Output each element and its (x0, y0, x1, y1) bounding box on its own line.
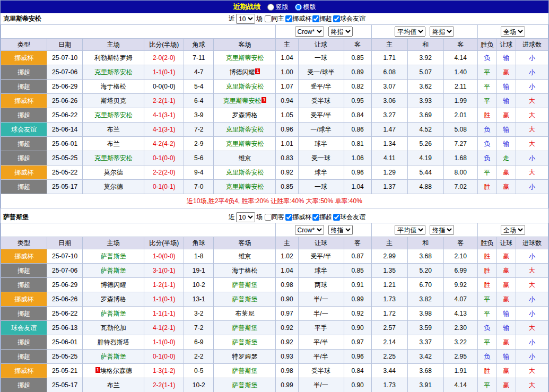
match-score[interactable]: 1-3(1-2) (144, 364, 184, 378)
match-score[interactable]: 1-0(0-0) (144, 249, 184, 264)
away-team-name[interactable]: 克里斯蒂安松 (225, 126, 264, 133)
vertical-layout-radio[interactable] (267, 4, 274, 11)
away-team-cell: 克里斯蒂安松1 (214, 94, 276, 108)
section-header: 克里斯蒂安松近10场同主挪威杯挪超球会友谊 (1, 13, 548, 24)
match-score[interactable]: 1-1(0-1) (144, 292, 184, 307)
home-team-name[interactable]: 埃格尔森德 (100, 367, 132, 374)
away-team-name[interactable]: 维京 (238, 252, 251, 260)
odds-source-select[interactable]: 终指 (328, 225, 353, 235)
home-team-name[interactable]: 布兰 (107, 381, 120, 389)
odds-source-select[interactable]: Crow* (295, 27, 324, 37)
away-team-name[interactable]: 维京 (238, 154, 251, 162)
filter-option[interactable]: 挪威杯 (285, 14, 311, 23)
away-team-name[interactable]: 特罗姆瑟 (232, 353, 257, 360)
away-team-name[interactable]: 克里斯蒂安松 (223, 97, 261, 104)
home-team-name[interactable]: 克里斯蒂安松 (94, 68, 133, 76)
away-team-name[interactable]: 克里斯蒂安松 (225, 183, 264, 190)
asia-home-odds: 0.99 (276, 378, 298, 392)
home-team-name[interactable]: 莫尔德 (104, 183, 123, 190)
filter-checkbox[interactable] (265, 15, 272, 22)
filter-option[interactable]: 球会友谊 (333, 213, 365, 222)
odds-source-select[interactable]: 全场 (501, 225, 525, 235)
odds-source-select[interactable]: 终指 (430, 225, 454, 235)
filter-checkbox[interactable] (333, 15, 340, 22)
filter-option[interactable]: 同主 (265, 14, 284, 23)
home-team-name[interactable]: 罗森博格 (101, 295, 126, 303)
odds-source-select[interactable]: 平均值 (395, 27, 425, 37)
home-team-name[interactable]: 瓦勒伦加 (101, 324, 126, 332)
match-score[interactable]: 4-2(4-2) (144, 137, 184, 151)
home-team-name[interactable]: 萨普斯堡 (101, 310, 126, 317)
odds-source-select[interactable]: 平均值 (395, 225, 425, 235)
filter-option[interactable]: 同客 (265, 213, 284, 222)
away-team-name[interactable]: 萨普斯堡 (232, 381, 257, 389)
home-team-name[interactable]: 萨普斯堡 (101, 252, 126, 260)
filter-checkbox[interactable] (285, 15, 292, 22)
match-score[interactable]: 4-1(3-1) (144, 108, 184, 123)
horizontal-layout-radio[interactable] (295, 4, 302, 11)
away-team-name[interactable]: 克里斯蒂安松 (225, 54, 264, 62)
away-team-name[interactable]: 克里斯蒂安松 (225, 83, 264, 90)
filter-checkbox[interactable] (312, 214, 319, 221)
away-team-name[interactable]: 海于格松 (232, 267, 257, 274)
match-row: 挪超25-05-17莫尔德0-1(0-1)7-0克里斯蒂安松0.85一球1.04… (1, 180, 548, 194)
europe-home-odds: 1.37 (371, 180, 407, 194)
home-team-name[interactable]: 布兰 (107, 126, 120, 133)
match-score[interactable]: 1-1(0-1) (144, 65, 184, 80)
match-score[interactable]: 4-1(2-1) (144, 321, 184, 335)
filter-checkbox[interactable] (265, 214, 272, 221)
filter-option[interactable]: 球会友谊 (333, 14, 365, 23)
filter-option[interactable]: 挪超 (312, 213, 332, 222)
odds-source-select[interactable]: 终指 (328, 27, 353, 37)
home-team-name[interactable]: 萨普斯堡 (101, 267, 126, 274)
home-team-name[interactable]: 克里斯蒂安松 (94, 111, 133, 119)
odds-source-select[interactable]: 终指 (430, 27, 454, 37)
filter-checkbox[interactable] (333, 214, 340, 221)
away-team-name[interactable]: 克里斯蒂安松 (225, 140, 264, 147)
match-score[interactable]: 2-2(1-1) (144, 94, 184, 108)
match-score[interactable]: 1-1(1-1) (144, 307, 184, 321)
match-score[interactable]: 1-1(0-0) (144, 335, 184, 350)
layout-option-horizontal[interactable]: 横版 (295, 3, 316, 12)
match-score[interactable]: 3-1(0-1) (144, 264, 184, 278)
layout-option-vertical[interactable]: 竖版 (267, 3, 289, 12)
match-score[interactable]: 2-2(2-0) (144, 165, 184, 180)
home-team-name[interactable]: 莫尔德 (104, 169, 123, 176)
filter-option[interactable]: 挪超 (312, 14, 332, 23)
away-team-name[interactable]: 萨普斯堡 (232, 338, 257, 346)
match-score[interactable]: 0-1(0-0) (144, 350, 184, 364)
handicap-result: 赢 (496, 264, 516, 278)
match-score[interactable]: 0-1(0-1) (144, 180, 184, 194)
red-card-badge: 1 (262, 97, 266, 103)
home-team-name[interactable]: 利勒斯特罗姆 (94, 54, 133, 62)
home-team-name[interactable]: 克里斯蒂安松 (94, 154, 133, 162)
away-team-name[interactable]: 萨普斯堡 (232, 367, 257, 374)
away-team-name[interactable]: 博德闪耀 (229, 68, 255, 76)
filter-option[interactable]: 挪威杯 (285, 213, 311, 222)
filter-checkbox[interactable] (285, 214, 292, 221)
match-score[interactable]: 0-1(0-0) (144, 151, 184, 165)
match-score[interactable]: 1-2(1-1) (144, 278, 184, 292)
home-team-name[interactable]: 海于格松 (101, 83, 126, 90)
away-team-name[interactable]: 罗森博格 (232, 111, 257, 119)
odds-source-select[interactable]: Crow* (295, 225, 324, 235)
home-team-name[interactable]: 布兰 (107, 140, 120, 147)
match-score[interactable]: 2-2(1-1) (144, 378, 184, 392)
away-team-name[interactable]: 萨普斯堡 (232, 295, 257, 303)
filter-checkbox[interactable] (312, 15, 319, 22)
home-team-name[interactable]: 斯塔贝克 (101, 97, 126, 104)
home-team-name[interactable]: 萨普斯堡 (101, 353, 126, 360)
odds-source-select[interactable]: 全场 (501, 27, 525, 37)
match-score[interactable]: 4-1(3-1) (144, 123, 184, 137)
home-team-name[interactable]: 博德闪耀 (101, 281, 126, 289)
away-team-name[interactable]: 克里斯蒂安松 (225, 169, 264, 176)
away-team-name[interactable]: 萨普斯堡 (232, 324, 257, 332)
recent-count-select[interactable]: 10 (236, 212, 255, 222)
recent-count-select[interactable]: 10 (236, 14, 255, 24)
away-team-name[interactable]: 布莱尼 (235, 310, 254, 317)
away-team-cell: 萨普斯堡 (214, 292, 276, 307)
home-team-name[interactable]: 腓特烈斯塔 (98, 338, 129, 346)
match-score[interactable]: 2-0(2-0) (144, 51, 184, 65)
away-team-name[interactable]: 萨普斯堡 (232, 281, 257, 289)
match-score[interactable]: 0-0(0-0) (144, 80, 184, 94)
